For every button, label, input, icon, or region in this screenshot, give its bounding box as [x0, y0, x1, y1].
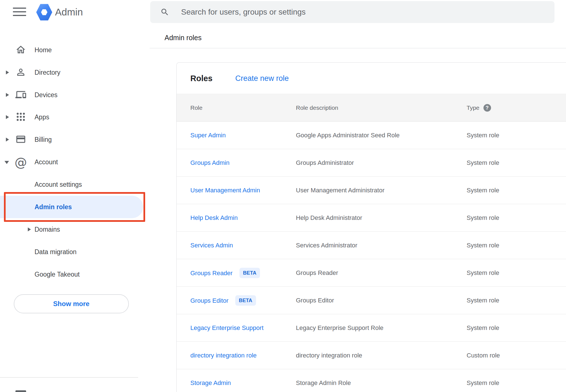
role-type: System role [467, 187, 499, 194]
show-more-button[interactable]: Show more [14, 294, 129, 313]
role-type: System role [467, 379, 499, 387]
create-new-role-link[interactable]: Create new role [235, 74, 289, 83]
column-header-role-description: Role description [296, 104, 338, 111]
role-cell: User Management Admin [190, 187, 260, 194]
role-description: Storage Admin Role [296, 379, 351, 387]
table-row: Groups Editor BETA Groups Editor System … [177, 287, 566, 314]
expand-arrow-icon[interactable] [6, 138, 9, 142]
expand-arrow-icon[interactable] [28, 227, 31, 231]
role-link[interactable]: directory integration role [190, 352, 257, 359]
role-cell: Services Admin [190, 242, 233, 249]
collapse-arrow-icon[interactable] [4, 161, 9, 164]
role-link[interactable]: Groups Reader [190, 269, 232, 276]
hamburger-menu-button[interactable] [13, 8, 26, 16]
at-sign-icon: @ [15, 155, 27, 169]
role-description: Groups Administrator [296, 159, 354, 167]
column-header-type: Type ? [467, 104, 491, 111]
table-body: Super Admin Google Apps Administrator Se… [177, 122, 566, 392]
table-row: Services Admin Services Administrator Sy… [177, 232, 566, 259]
role-link[interactable]: Storage Admin [190, 379, 231, 386]
role-cell: Super Admin [190, 132, 226, 139]
expand-arrow-icon[interactable] [6, 93, 9, 97]
breadcrumb: Admin roles [165, 34, 202, 42]
role-description: Google Apps Administrator Seed Role [296, 132, 400, 139]
sidebar-item-home[interactable]: Home [0, 39, 157, 61]
app-title: Admin [55, 7, 83, 17]
roles-card-header: Roles Create new role [177, 63, 566, 94]
role-cell: Groups Reader BETA [190, 268, 260, 278]
role-type: System role [467, 132, 499, 139]
role-type: System role [467, 324, 499, 332]
sidebar-item-google-takeout[interactable]: Google Takeout [0, 263, 157, 286]
hamburger-icon [13, 8, 26, 9]
role-cell: Help Desk Admin [190, 214, 238, 222]
search-bar[interactable] [150, 1, 554, 23]
column-header-role: Role [190, 104, 202, 111]
beta-badge: BETA [235, 295, 256, 306]
role-cell: Groups Editor BETA [190, 295, 256, 306]
role-type: System role [467, 269, 499, 277]
expand-arrow-icon[interactable] [6, 70, 9, 74]
role-description: Groups Reader [296, 269, 338, 277]
sidebar-item-directory[interactable]: Directory [0, 61, 157, 84]
role-cell: directory integration role [190, 352, 257, 359]
role-cell: Groups Admin [190, 159, 229, 167]
sidebar-item-data-migration[interactable]: Data migration [0, 241, 157, 263]
header-divider [150, 48, 566, 48]
role-description: Groups Editor [296, 297, 334, 304]
role-description: User Management Administrator [296, 187, 384, 194]
role-link[interactable]: Legacy Enterprise Support [190, 324, 264, 331]
sidebar-item-domains[interactable]: Domains [0, 218, 157, 241]
clipped-bottom-icon [15, 390, 26, 392]
sidebar-item-admin-roles[interactable]: Admin roles [0, 196, 157, 218]
card-title: Roles [190, 74, 213, 83]
role-cell: Storage Admin [190, 379, 231, 387]
table-row: Legacy Enterprise Support Legacy Enterpr… [177, 314, 566, 342]
apps-grid-icon [15, 111, 27, 123]
expand-arrow-icon[interactable] [6, 115, 9, 119]
search-icon [160, 8, 169, 17]
roles-card: Roles Create new role Role Role descript… [176, 62, 566, 392]
table-row: Groups Reader BETA Groups Reader System … [177, 259, 566, 287]
role-type: System role [467, 242, 499, 249]
credit-card-icon [15, 134, 27, 145]
person-icon [15, 67, 27, 78]
table-row: User Management Admin User Management Ad… [177, 177, 566, 204]
help-icon[interactable]: ? [483, 104, 491, 111]
role-type: Custom role [467, 352, 500, 359]
table-row: Storage Admin Storage Admin Role System … [177, 369, 566, 392]
devices-icon [15, 89, 27, 101]
sidebar-item-account-settings[interactable]: Account settings [0, 173, 157, 196]
role-link[interactable]: Services Admin [190, 242, 233, 249]
role-link[interactable]: Help Desk Admin [190, 214, 238, 221]
role-description: Help Desk Administrator [296, 214, 362, 222]
table-row: Help Desk Admin Help Desk Administrator … [177, 204, 566, 232]
role-link[interactable]: Super Admin [190, 132, 226, 139]
table-row: directory integration role directory int… [177, 342, 566, 369]
role-type: System role [467, 159, 499, 167]
table-row: Groups Admin Groups Administrator System… [177, 149, 566, 177]
sidebar-item-billing[interactable]: Billing [0, 128, 157, 151]
table-header-row: Role Role description Type ? [177, 94, 566, 122]
sidebar-item-account[interactable]: @ Account [0, 151, 157, 173]
role-description: directory integration role [296, 352, 362, 359]
sidebar-item-apps[interactable]: Apps [0, 106, 157, 128]
sidebar-item-devices[interactable]: Devices [0, 84, 157, 106]
role-description: Services Administrator [296, 242, 357, 249]
search-input[interactable] [181, 7, 541, 17]
home-icon [15, 44, 27, 56]
role-type: System role [467, 214, 499, 222]
table-row: Super Admin Google Apps Administrator Se… [177, 122, 566, 149]
role-type: System role [467, 297, 499, 304]
role-link[interactable]: Groups Editor [190, 297, 229, 304]
google-admin-logo [36, 4, 52, 21]
role-link[interactable]: Groups Admin [190, 159, 229, 166]
role-description: Legacy Enterprise Support Role [296, 324, 384, 332]
sidebar-bottom-divider [0, 377, 138, 378]
role-cell: Legacy Enterprise Support [190, 324, 264, 332]
beta-badge: BETA [239, 268, 260, 278]
role-link[interactable]: User Management Admin [190, 187, 260, 194]
